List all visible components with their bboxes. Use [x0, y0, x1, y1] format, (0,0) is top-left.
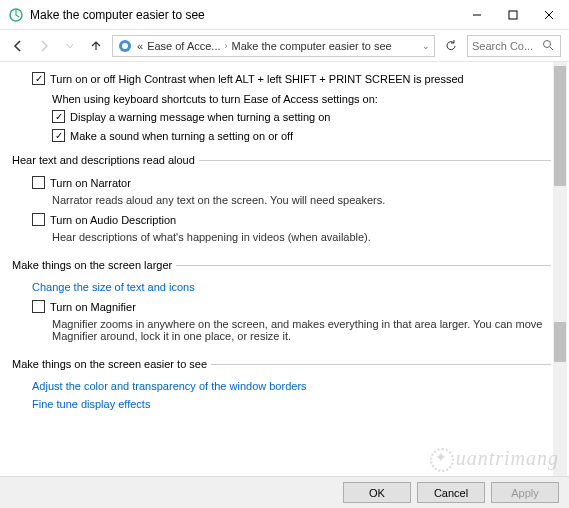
svg-point-6 [122, 43, 128, 49]
breadcrumb-part1[interactable]: Ease of Acce... [147, 40, 220, 52]
sound-checkbox[interactable] [52, 129, 65, 142]
svg-line-8 [550, 47, 553, 50]
magnifier-checkbox[interactable] [32, 300, 45, 313]
high-contrast-checkbox[interactable] [32, 72, 45, 85]
chevron-right-icon[interactable]: › [225, 41, 228, 51]
narrator-checkbox[interactable] [32, 176, 45, 189]
svg-point-7 [544, 40, 551, 47]
search-input[interactable] [467, 35, 561, 57]
search-icon [542, 39, 554, 53]
color-link[interactable]: Adjust the color and transparency of the… [32, 380, 551, 392]
scrollbar-thumb[interactable] [554, 66, 566, 186]
up-button[interactable] [86, 36, 106, 56]
refresh-button[interactable] [441, 36, 461, 56]
control-panel-icon [117, 38, 133, 54]
scrollbar-thumb[interactable] [554, 322, 566, 362]
larger-section: Make things on the screen larger Change … [12, 259, 551, 348]
minimize-button[interactable] [459, 1, 495, 29]
audio-desc-label: Turn on Audio Description [50, 212, 176, 228]
recent-dropdown[interactable] [60, 36, 80, 56]
audio-desc-checkbox[interactable] [32, 213, 45, 226]
app-icon [8, 7, 24, 23]
easier-legend: Make things on the screen easier to see [12, 358, 211, 370]
magnifier-label: Turn on Magnifier [50, 299, 136, 315]
breadcrumb[interactable]: « Ease of Acce... › Make the computer ea… [112, 35, 435, 57]
ok-button[interactable]: OK [343, 482, 411, 503]
warning-label: Display a warning message when turning a… [70, 109, 330, 125]
back-button[interactable] [8, 36, 28, 56]
maximize-button[interactable] [495, 1, 531, 29]
easier-section: Make things on the screen easier to see … [12, 358, 551, 416]
breadcrumb-prefix: « [137, 40, 143, 52]
narrator-label: Turn on Narrator [50, 175, 131, 191]
high-contrast-label: Turn on or off High Contrast when left A… [50, 71, 464, 87]
audio-desc-desc: Hear descriptions of what's happening in… [52, 231, 551, 243]
cancel-button[interactable]: Cancel [417, 482, 485, 503]
search-field[interactable] [472, 40, 542, 52]
chevron-down-icon[interactable]: ⌄ [422, 41, 430, 51]
breadcrumb-part2[interactable]: Make the computer easier to see [232, 40, 392, 52]
apply-button[interactable]: Apply [491, 482, 559, 503]
svg-rect-2 [509, 11, 517, 19]
scrollbar[interactable] [553, 62, 567, 476]
close-button[interactable] [531, 1, 567, 29]
larger-legend: Make things on the screen larger [12, 259, 176, 271]
forward-button[interactable] [34, 36, 54, 56]
hear-legend: Hear text and descriptions read aloud [12, 154, 199, 166]
display-effects-link[interactable]: Fine tune display effects [32, 398, 551, 410]
sound-label: Make a sound when turning a setting on o… [70, 128, 293, 144]
shortcuts-subheading: When using keyboard shortcuts to turn Ea… [52, 93, 551, 105]
window-title: Make the computer easier to see [30, 8, 459, 22]
content-area: Turn on or off High Contrast when left A… [0, 62, 569, 476]
hear-section: Hear text and descriptions read aloud Tu… [12, 154, 551, 249]
button-bar: OK Cancel Apply [0, 476, 569, 508]
narrator-desc: Narrator reads aloud any text on the scr… [52, 194, 551, 206]
magnifier-desc: Magnifier zooms in anywhere on the scree… [52, 318, 551, 342]
warning-checkbox[interactable] [52, 110, 65, 123]
text-size-link[interactable]: Change the size of text and icons [32, 281, 551, 293]
